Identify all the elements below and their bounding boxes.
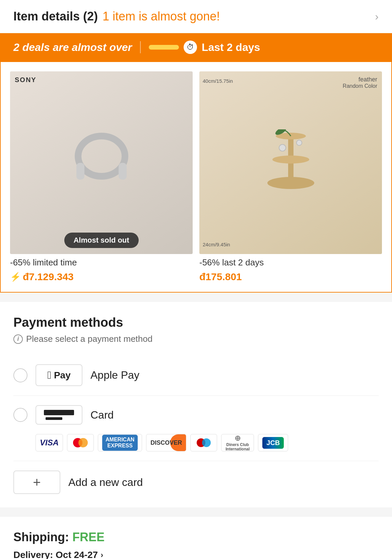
svg-point-7 (279, 144, 286, 151)
card-logo (36, 405, 82, 425)
deals-banner-text: 2 deals are almost over (13, 41, 132, 54)
header-title: Item details (2) (13, 9, 98, 23)
cat-price: đ175.801 (199, 271, 382, 283)
product-image-sony: SONY Almost sold out (10, 71, 193, 254)
timer-icon: ⏱ (184, 41, 197, 54)
product-card-sony[interactable]: SONY Almost sold out -65% limited time ⚡… (10, 71, 193, 283)
apple-pay-radio[interactable] (13, 368, 27, 382)
visa-logo: VISA (36, 434, 63, 451)
payment-section: Payment methods i Please select a paymen… (0, 302, 392, 507)
svg-point-0 (78, 136, 125, 176)
payment-title: Payment methods (13, 315, 379, 330)
jcb-logo: JCB (258, 434, 288, 451)
sony-price: ⚡ đ7.129.343 (10, 271, 193, 283)
svg-point-8 (297, 140, 302, 145)
card-brands-row: VISA AMERICANEXPRESS DISCOVER (36, 434, 288, 451)
card-bar-bottom (46, 417, 62, 420)
apple-pay-option[interactable]:  Pay Apple Pay (13, 355, 379, 396)
mastercard-logo (67, 434, 94, 451)
card-main-row: Card (13, 405, 379, 425)
mc-orange-circle (78, 438, 88, 447)
svg-point-5 (272, 156, 309, 164)
gap-1 (0, 293, 392, 302)
add-card-option[interactable]: + Add a new card (13, 461, 379, 507)
header-alert: 1 item is almost gone! (103, 9, 220, 23)
timer-bar (149, 45, 179, 50)
delivery-row[interactable]: Delivery: Oct 24-27 › (13, 550, 379, 559)
sony-headphone-image: SONY (10, 71, 193, 254)
svg-point-6 (267, 177, 314, 189)
shipping-section: Shipping: FREE Delivery: Oct 24-27 › Get… (0, 517, 392, 559)
apple-logo-icon:  (47, 369, 51, 381)
card-label: Card (90, 409, 114, 421)
card-option[interactable]: Card VISA AMERICANEXPRESS DISCOVER (13, 396, 379, 461)
product-image-cat: feather Random Color (199, 71, 382, 254)
bolt-icon: ⚡ (10, 272, 21, 282)
card-radio[interactable] (13, 408, 27, 422)
deals-banner: 2 deals are almost over ⏱ Last 2 days (0, 33, 392, 61)
size-label1: 40cm/15.75in (203, 78, 233, 84)
products-grid: SONY Almost sold out -65% limited time ⚡… (10, 71, 382, 283)
deals-last-days: Last 2 days (202, 41, 260, 54)
maestro-blue-circle (202, 438, 211, 447)
item-details-header: Item details (2) 1 item is almost gone! … (0, 0, 392, 33)
deals-timer: ⏱ Last 2 days (149, 41, 260, 54)
gap-2 (0, 507, 392, 517)
sold-out-badge: Almost sold out (64, 233, 138, 248)
deals-divider (140, 41, 141, 53)
add-card-label: Add a new card (68, 476, 143, 489)
sony-brand-label: SONY (15, 76, 37, 84)
headphone-svg (68, 129, 135, 196)
apple-pay-label: Apple Pay (90, 369, 139, 381)
cat-discount: -56% last 2 days (199, 257, 382, 268)
delivery-arrow-icon: › (101, 550, 103, 559)
sony-discount: -65% limited time (10, 257, 193, 268)
svg-rect-2 (119, 163, 127, 180)
product-card-cat[interactable]: feather Random Color (199, 71, 382, 283)
add-card-button[interactable]: + (13, 471, 60, 494)
cat-tree-labels: feather Random Color (343, 76, 377, 89)
payment-hint: i Please select a payment method (13, 334, 379, 344)
discover-logo: DISCOVER (146, 434, 186, 451)
products-section: SONY Almost sold out -65% limited time ⚡… (0, 61, 392, 293)
svg-rect-1 (76, 163, 84, 180)
size-label2: 24cm/9.45in (203, 242, 230, 247)
cat-tree-svg (261, 129, 321, 196)
diners-club-logo: ⊕ Diners ClubInternational (221, 434, 254, 451)
info-icon: i (13, 334, 23, 344)
chevron-right-icon[interactable]: › (375, 10, 379, 23)
apple-pay-logo:  Pay (36, 364, 82, 386)
card-bar-top (44, 410, 74, 415)
cat-tree-image: feather Random Color (199, 71, 382, 254)
amex-logo: AMERICANEXPRESS (98, 434, 142, 451)
shipping-title: Shipping: FREE (13, 530, 379, 544)
maestro-logo (190, 434, 217, 451)
